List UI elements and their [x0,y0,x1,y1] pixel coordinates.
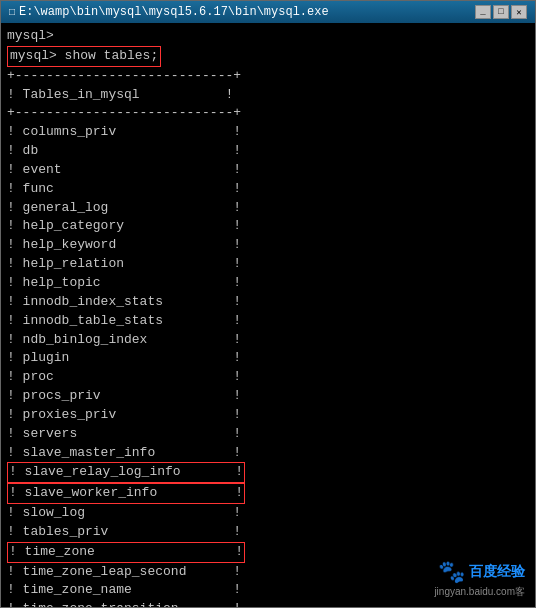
title-controls[interactable]: _ □ ✕ [475,5,527,19]
list-item: ! innodb_index_stats ! [7,293,529,312]
terminal-window: □ E:\wamp\bin\mysql\mysql5.6.17\bin\mysq… [0,0,536,608]
baidu-logo: 🐾 百度经验 jingyan.baidu.com客 [434,559,525,599]
slave-worker-info-row: ! slave_worker_info ! [7,483,529,504]
list-item: ! event ! [7,161,529,180]
list-item: ! help_relation ! [7,255,529,274]
table-header: ! Tables_in_mysql ! [7,86,529,105]
list-item: ! proc ! [7,368,529,387]
list-item: ! slave_master_info ! [7,444,529,463]
close-button[interactable]: ✕ [511,5,527,19]
baidu-watermark: 🐾 百度经验 jingyan.baidu.com客 [434,559,525,599]
baidu-text: 百度经验 [469,563,525,581]
list-item: ! ndb_binlog_index ! [7,331,529,350]
list-item: ! tables_priv ! [7,523,529,542]
command-line: mysql> show tables; [7,46,529,67]
list-item: ! general_log ! [7,199,529,218]
list-item: ! procs_priv ! [7,387,529,406]
baidu-sub: jingyan.baidu.com客 [434,585,525,599]
list-item: ! time_zone_transition ! [7,600,529,607]
baidu-paw-icon: 🐾 [438,559,465,585]
title-icon: □ [9,7,15,18]
list-item: ! help_keyword ! [7,236,529,255]
sep-top: +----------------------------+ [7,67,529,86]
list-item: ! func ! [7,180,529,199]
sep-header: +----------------------------+ [7,104,529,123]
list-item: ! servers ! [7,425,529,444]
terminal-output: mysql> mysql> show tables; +------------… [1,23,535,607]
list-item: ! plugin ! [7,349,529,368]
list-item: ! db ! [7,142,529,161]
minimize-button[interactable]: _ [475,5,491,19]
list-item: ! proxies_priv ! [7,406,529,425]
window-title: E:\wamp\bin\mysql\mysql5.6.17\bin\mysql.… [19,5,329,19]
title-bar: □ E:\wamp\bin\mysql\mysql5.6.17\bin\mysq… [1,1,535,23]
init-prompt: mysql> [7,27,529,46]
maximize-button[interactable]: □ [493,5,509,19]
list-item: ! innodb_table_stats ! [7,312,529,331]
baidu-top: 🐾 百度经验 [438,559,525,585]
slave-relay-log-info-row: ! slave_relay_log_info ! [7,462,529,483]
list-item: ! slow_log ! [7,504,529,523]
title-bar-left: □ E:\wamp\bin\mysql\mysql5.6.17\bin\mysq… [9,5,329,19]
list-item: ! help_category ! [7,217,529,236]
list-item: ! help_topic ! [7,274,529,293]
list-item: ! columns_priv ! [7,123,529,142]
